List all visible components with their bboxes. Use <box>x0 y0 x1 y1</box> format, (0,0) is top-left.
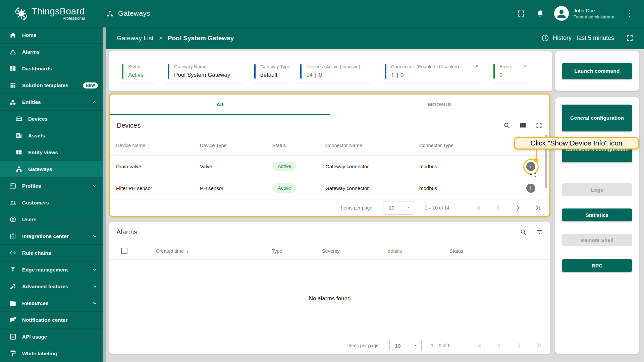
cursor-hand-icon <box>529 169 537 178</box>
alarms-table-header: Created time↓ Type Severity details Stat… <box>109 242 550 260</box>
devices-title: Devices <box>117 122 141 129</box>
notification-message-icon <box>9 316 16 323</box>
card-accent <box>168 64 169 79</box>
statistics-button[interactable]: Statistics <box>562 208 632 221</box>
devices-table-toolbar: Devices <box>110 115 549 135</box>
notifications-bell-icon[interactable] <box>536 9 545 18</box>
open-errors-icon[interactable]: ↗ <box>523 63 527 70</box>
filter-icon[interactable] <box>536 228 543 236</box>
page-header: Gateways <box>106 9 150 17</box>
home-icon <box>9 32 16 39</box>
sidebar-item-advanced-features[interactable]: Advanced features <box>0 278 103 295</box>
col-details[interactable]: details <box>388 248 449 254</box>
first-page-icon <box>475 204 483 212</box>
kebab-menu-icon[interactable]: ⋮ <box>623 8 635 19</box>
show-device-info-icon[interactable]: i <box>526 184 535 193</box>
col-status[interactable]: Status <box>272 143 325 148</box>
apps-grid-icon <box>9 82 16 89</box>
user-info[interactable]: John Doe Tenant administrator <box>574 8 614 19</box>
sidebar-item-customers[interactable]: Customers <box>0 194 103 211</box>
gateway-type-value: default <box>260 72 285 78</box>
sidebar-item-api-usage[interactable]: API usage <box>0 328 103 345</box>
alarms-toolbar: Alarms <box>109 222 550 242</box>
logs-button[interactable]: Logs <box>562 183 632 196</box>
tab-modbus[interactable]: MODBUS <box>330 95 549 115</box>
sidebar-item-entity-views[interactable]: Entity views <box>0 144 103 161</box>
card-gateway-name: Gateway Name Pool System Gateway <box>164 59 244 83</box>
col-status[interactable]: Status <box>449 248 511 254</box>
col-created-time[interactable]: Created time↓ <box>156 248 272 254</box>
last-page-icon[interactable] <box>533 204 541 212</box>
fullscreen-icon[interactable] <box>517 9 526 18</box>
breadcrumb-gateway-list[interactable]: Gateway List <box>117 35 154 42</box>
sidebar-item-entities[interactable]: Entities <box>0 94 103 111</box>
remote-shell-button[interactable]: Remote Shell <box>562 234 632 246</box>
items-per-page-select[interactable]: 10 <box>383 201 415 215</box>
search-icon[interactable] <box>503 122 511 129</box>
sidebar-item-rule-chains[interactable]: Rule chains <box>0 245 103 261</box>
alarms-title: Alarms <box>116 228 137 236</box>
col-device-type[interactable]: Device Type <box>200 143 272 148</box>
sidebar-item-users[interactable]: Users <box>0 211 103 228</box>
tab-all[interactable]: All <box>110 95 330 115</box>
sidebar-item-devices[interactable]: Devices <box>0 111 103 127</box>
sidebar-item-dashboards[interactable]: Dashboards <box>0 60 103 77</box>
status-badge: Active <box>272 162 297 171</box>
sidebar-item-integrations-center[interactable]: Integrations center <box>0 228 103 245</box>
items-per-page-select[interactable]: 10 <box>389 339 422 352</box>
sidebar-item-assets[interactable]: Assets <box>0 127 103 144</box>
dashboard-icon <box>9 65 16 72</box>
columns-icon[interactable] <box>519 122 527 129</box>
card-accent <box>254 64 256 79</box>
open-connectors-icon[interactable]: ↗ <box>474 63 478 70</box>
gateway-status-cards: Status Active Gateway Name Pool System G… <box>109 51 552 91</box>
sidebar-item-home[interactable]: Home <box>0 27 103 44</box>
launch-command-card: Launch command <box>555 51 639 91</box>
user-name: John Doe <box>574 8 614 13</box>
podcasts-antenna-icon <box>9 266 16 273</box>
timewindow-label[interactable]: History - last 5 minutes <box>553 35 614 42</box>
highlight-connector-line <box>536 149 537 159</box>
col-type[interactable]: Type <box>272 248 322 254</box>
general-configuration-button[interactable]: General configuration <box>562 105 632 131</box>
gateway-name-value: Pool System Gateway <box>174 72 239 78</box>
items-per-page-label: Items per page: <box>347 343 380 348</box>
rpc-button[interactable]: RPC <box>562 259 632 272</box>
select-caret-icon <box>407 206 411 210</box>
sidebar-item-notification-center[interactable]: Notification center <box>0 312 103 328</box>
status-badge: Active <box>272 183 297 193</box>
launch-command-button[interactable]: Launch command <box>562 63 632 79</box>
table-row-filter-ph-sensor[interactable]: Filter PH sensor PH sensor Active Gatewa… <box>110 177 549 199</box>
category-icon <box>9 99 16 106</box>
sidebar-item-resources[interactable]: Resources <box>0 295 103 312</box>
col-connector-name[interactable]: Connector Name <box>325 143 419 148</box>
sidebar-scrollbar[interactable] <box>103 27 106 362</box>
devices-icon <box>15 115 22 122</box>
sort-desc-icon: ↓ <box>186 248 189 254</box>
table-row-drain-valve[interactable]: Drain valve Valve Active Gateway connect… <box>110 156 549 177</box>
sidebar-item-alarms[interactable]: Alarms <box>0 44 103 60</box>
sidebar: Home Alarms Dashboards Solution template… <box>0 27 103 362</box>
sidebar-item-gateways[interactable]: Gateways <box>0 161 103 178</box>
next-page-icon <box>515 342 523 350</box>
gateway-actions-card: General configuration Connectors configu… <box>555 97 639 354</box>
search-icon[interactable] <box>520 228 527 236</box>
top-bar: ThingsBoard Professional Gateways <box>0 0 644 27</box>
topbar-actions: John Doe Tenant administrator ⋮ <box>517 6 644 21</box>
col-device-name[interactable]: Device Name↑ <box>116 142 200 148</box>
people-icon <box>9 199 16 206</box>
dashboard-fullscreen-icon[interactable] <box>626 34 634 42</box>
col-severity[interactable]: Severity <box>322 248 388 254</box>
page-title: Gateways <box>118 9 150 17</box>
paint-roller-icon <box>9 350 16 357</box>
col-connector-type[interactable]: Connector Type <box>419 143 506 148</box>
sidebar-item-solution-templates[interactable]: Solution templates NEW <box>0 77 103 94</box>
user-avatar[interactable] <box>554 6 569 21</box>
select-all-checkbox[interactable] <box>121 248 127 254</box>
sidebar-item-edge-management[interactable]: Edge management <box>0 261 103 278</box>
table-fullscreen-icon[interactable] <box>535 122 543 129</box>
sidebar-item-white-labeling[interactable]: White labeling <box>0 345 103 362</box>
sidebar-item-profiles[interactable]: Profiles <box>0 178 103 194</box>
timewindow: History - last 5 minutes <box>541 34 634 42</box>
next-page-icon[interactable] <box>514 204 522 212</box>
